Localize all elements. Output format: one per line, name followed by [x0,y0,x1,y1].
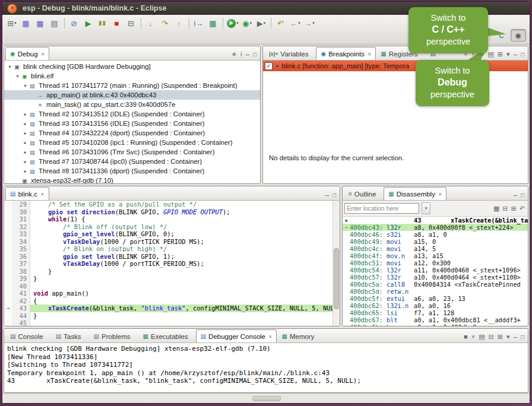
disassembly-row[interactable]: 400dbc65: lsi f7, a1, 128 [343,309,528,316]
disassembly-row[interactable]: 400dbc4c: movi a14, 5 [343,245,528,252]
expand-toggle-icon[interactable]: ▸ [22,140,28,145]
tab-close-icon[interactable]: × [368,50,371,58]
line-number[interactable]: 29 [12,201,30,208]
code-text[interactable]: } [30,312,332,320]
tab-close-icon[interactable]: × [268,333,272,340]
code-text[interactable]: vTaskDelay(1000 / portTICK_PERIOD_MS); [30,260,332,268]
line-number[interactable]: 35 [12,245,30,253]
tab-blink-c[interactable]: ▤ blink.c × [5,187,49,200]
tab-outline[interactable]: ≡ Outline [344,187,384,200]
new-wizard-button[interactable]: ⊞ ▾ [5,17,19,30]
external-tools-button[interactable]: ▶ ▾ [254,17,268,30]
tree-item-thread7[interactable]: ▸ ▤ Thread #7 1073408744 (ipc0) (Suspend… [4,157,260,166]
disassembly-row[interactable]: 400dbc62: l32i.n a0, a0, 16 [343,302,528,309]
expand-toggle-icon[interactable]: ▾ [7,64,13,69]
disassembly-row[interactable]: 400dbc5f: extui a6, a0, 23, 13 [343,295,528,302]
tree-item-thread8[interactable]: ▸ ▤ Thread #8 1073411336 (dport) (Suspen… [4,166,260,176]
line-number[interactable]: 39 [12,275,30,283]
show-type-names-icon[interactable]: i [240,51,242,58]
tab-executables[interactable]: ▦ Executables [138,329,196,342]
tab-problems[interactable]: ▤ Problems [89,329,138,342]
save-button[interactable]: ▦ [19,17,33,30]
toolbar-button[interactable] [223,18,223,28]
expand-toggle-icon[interactable]: ▸ [22,169,28,174]
resize-grip[interactable] [252,396,281,401]
minimize-icon[interactable]: ─ [246,52,250,58]
step-into-button[interactable]: ↓ [144,17,158,30]
code-text[interactable]: { [30,297,332,305]
back-button[interactable]: ← ▾ [288,17,302,30]
disconnect-button[interactable]: ⊟ [124,17,138,30]
code-text[interactable] [30,283,332,290]
code-text[interactable]: /* Set the GPIO as a push/pull output */ [30,201,332,208]
view-toolbar-icon[interactable]: ⊟ [489,334,494,340]
memory-view-button[interactable]: ▦ [206,17,220,30]
line-number[interactable]: 40 [12,283,30,290]
expand-toggle-icon[interactable]: ▸ [22,159,28,164]
minimize-icon[interactable]: ─ [514,192,518,198]
tab-close-icon[interactable]: × [40,191,44,198]
disassembly-row[interactable]: ◆ 43 xTaskCreate(&blink_task, "blink_tas [343,217,528,224]
tab-breakpoints[interactable]: ◉ Breakpoints × [316,47,376,60]
toolbar-button[interactable] [64,18,65,28]
skip-all-breakpoints-button[interactable]: ⊘ [67,17,81,30]
line-number[interactable]: 36 [12,253,30,261]
line-number[interactable]: 31 [12,215,30,223]
tab-close-icon[interactable]: × [41,50,45,58]
view-toolbar-icon[interactable]: ⊞ [498,334,503,340]
maximize-icon[interactable]: □ [253,52,256,58]
debug-perspective-button[interactable]: ◉ [511,29,526,42]
tree-item-thread3[interactable]: ▸ ▤ Thread #3 1073413156 (IDLE) (Suspend… [4,119,260,128]
toolbar-button[interactable] [271,18,271,28]
tree-item-thread6[interactable]: ▸ ▤ Thread #6 1073431096 (Tmr Svc) (Susp… [4,147,260,157]
line-number[interactable]: 30 [12,208,30,216]
code-editor[interactable]: 29 /* Set the GPIO as a push/pull output… [4,201,332,326]
expand-toggle-icon[interactable]: ▸ [22,112,28,117]
view-toolbar-icon[interactable]: ⊟ [502,205,508,212]
disassembly-row[interactable]: 400dbc4f: mov.n a13, a15 [343,252,528,259]
tree-item-frame-maintask[interactable]: ≡ main_task() at cpu_start.c:339 0x400d0… [4,100,260,109]
disassembly-row[interactable]: 400dbc6b: bnone a0, a1, 0x400dbc8 [343,323,528,326]
disassembly-row[interactable]: 400dbc67: blt a0, a1, 0x400dbc81 <__addd… [343,316,528,323]
code-text[interactable]: vTaskDelay(1000 / portTICK_PERIOD_MS); [30,238,332,246]
view-toolbar-icon[interactable]: ↶ [520,205,525,212]
resume-button[interactable]: ▶ [81,17,96,30]
editor-scrollbar[interactable] [332,201,340,326]
line-number[interactable]: 38 [12,268,30,275]
console-output[interactable]: blink checking [GDB Hardware Debugging] … [4,343,528,392]
tab-debug[interactable]: ◉ Debug × [5,47,49,60]
tab-console[interactable]: ▤ Console [5,329,51,342]
tree-item-thread5[interactable]: ▸ ▤ Thread #5 1073410208 (ipc1 : Running… [4,138,260,147]
tree-item-thread1[interactable]: ▾ ▤ Thread #1 1073411772 (main : Running… [4,81,260,90]
maximize-icon[interactable]: □ [332,192,336,198]
code-text[interactable]: xTaskCreate(&blink_task, "blink_task", c… [30,304,332,312]
disassembly-row[interactable]: 400dbc49: movi a15, 0 [343,238,528,245]
breakpoint-checkbox[interactable]: ✓ [265,62,273,70]
line-number[interactable]: 42 [12,297,30,305]
code-text[interactable]: } [30,268,332,275]
run-button[interactable]: ▶ ▾ [226,17,240,30]
tab-disassembly[interactable]: ▦ Disassembly × [384,187,446,200]
line-number[interactable]: 43 [12,304,30,312]
minimize-icon[interactable]: ─ [325,192,330,198]
tab-memory[interactable]: ▦ Memory [277,329,322,342]
save-all-button[interactable]: ▩ [33,17,48,30]
disassembly-row[interactable]: 400dbc57: l32r a10, 0x400d0464 <_stext+1… [343,274,528,281]
minimize-icon[interactable]: ─ [514,334,518,340]
view-toolbar-icon[interactable]: ⊞ [511,205,517,212]
view-toolbar-icon[interactable]: ⊞ [498,51,503,58]
minimize-icon[interactable]: ─ [514,52,518,58]
line-number[interactable]: 41 [12,290,30,297]
expand-toggle-icon[interactable]: ▾ [22,83,28,88]
toolbar-button[interactable] [189,18,189,28]
line-number[interactable]: 33 [12,230,30,238]
maximize-icon[interactable]: □ [521,192,524,198]
code-text[interactable]: /* Blink off (output low) */ [30,223,332,231]
code-text[interactable]: gpio_set_direction(BLINK_GPIO, GPIO_MODE… [30,208,332,216]
step-over-button[interactable]: ↷ [158,17,172,30]
scrollbar-thumb[interactable] [334,248,339,309]
view-filter-icon[interactable]: ∗ [232,51,237,58]
tree-item-thread2[interactable]: ▸ ▤ Thread #2 1073413512 (IDLE) (Suspend… [4,109,260,119]
disassembly-row[interactable]: 400dbc46: s32i a8, a1, 0 [343,231,528,238]
suspend-button[interactable]: ▮▮ [96,17,110,30]
